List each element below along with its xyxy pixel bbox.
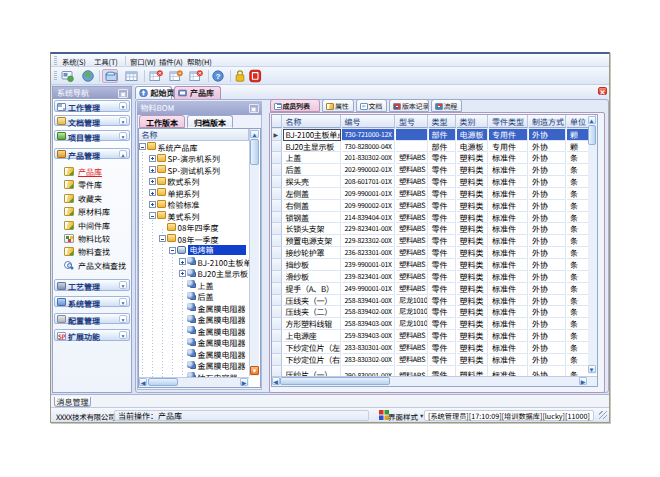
svg-text:?: ? [216, 70, 221, 81]
